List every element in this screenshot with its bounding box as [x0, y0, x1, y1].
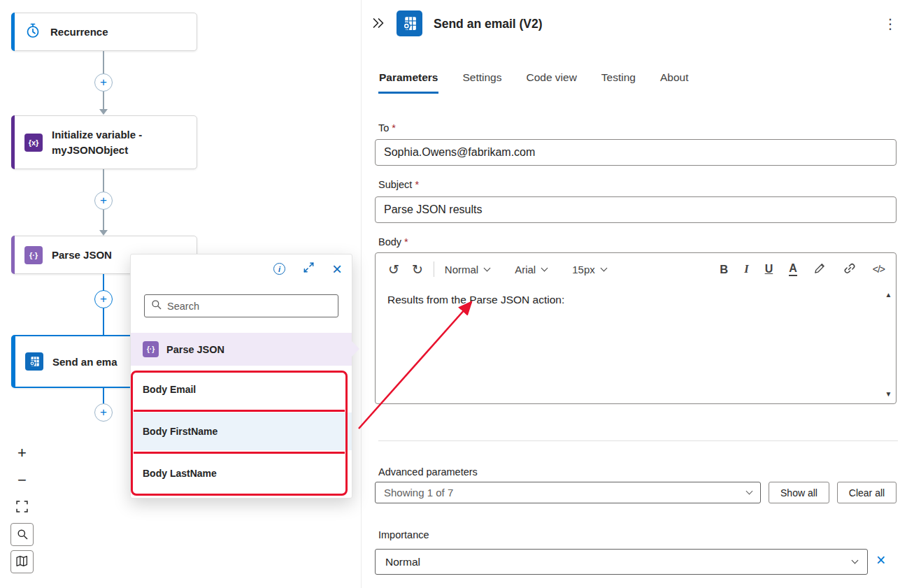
- subject-input[interactable]: [375, 196, 897, 223]
- required-mark: *: [392, 122, 396, 134]
- add-action-button[interactable]: +: [94, 403, 113, 422]
- section-divider: [378, 440, 898, 441]
- link-icon: [843, 267, 857, 278]
- bold-button[interactable]: B: [720, 263, 728, 276]
- editor-content-area[interactable]: Results from the Parse JSON action: ▲ ▼: [376, 285, 896, 403]
- expand-icon[interactable]: [303, 261, 315, 276]
- undo-button[interactable]: ↺: [388, 263, 399, 276]
- add-action-button[interactable]: +: [94, 290, 113, 308]
- minus-icon: −: [17, 471, 27, 489]
- italic-button[interactable]: I: [744, 262, 748, 276]
- subject-label: Subject *: [378, 179, 419, 190]
- body-label: Body *: [378, 236, 408, 248]
- label-text: Advanced parameters: [378, 466, 478, 478]
- node-label: Send an ema: [52, 356, 117, 368]
- dynamic-content-search[interactable]: [144, 294, 338, 317]
- node-label: Initialize variable - myJSONObject: [52, 127, 142, 158]
- label-text: Subject: [378, 179, 412, 190]
- zoom-out-button[interactable]: −: [10, 468, 34, 492]
- scroll-down-icon[interactable]: ▼: [885, 390, 892, 398]
- fit-view-button[interactable]: [10, 496, 34, 519]
- node-label: Parse JSON: [52, 249, 112, 261]
- highlight-button[interactable]: [813, 261, 827, 277]
- add-action-button[interactable]: +: [94, 73, 113, 92]
- clear-importance-button[interactable]: ×: [876, 552, 885, 568]
- size-value: 15px: [572, 264, 595, 275]
- close-icon[interactable]: ×: [332, 262, 342, 275]
- font-value: Arial: [515, 264, 536, 275]
- search-input[interactable]: [167, 301, 331, 312]
- plus-icon: +: [100, 194, 107, 208]
- canvas-search-button[interactable]: [10, 523, 34, 546]
- body-rich-text-editor: ↺ ↻ Normal Arial 15px B I U: [375, 252, 897, 404]
- toolbar-divider: [434, 261, 434, 277]
- dynamic-content-item-body-email[interactable]: Body Email: [131, 372, 352, 407]
- node-accent: [11, 13, 15, 51]
- body-text[interactable]: Results from the Parse JSON action:: [387, 294, 564, 306]
- zoom-in-button[interactable]: +: [10, 441, 34, 464]
- node-label: Recurrence: [50, 26, 108, 38]
- dynamic-content-item-body-lastname[interactable]: Body LastName: [131, 456, 352, 491]
- initialize-variable-icon: {x}: [24, 134, 43, 152]
- style-value: Normal: [445, 264, 478, 275]
- plus-icon: +: [100, 292, 107, 306]
- importance-dropdown[interactable]: Normal: [375, 549, 868, 575]
- add-action-button[interactable]: +: [94, 192, 113, 210]
- advanced-parameters-dropdown[interactable]: Showing 1 of 7: [375, 482, 761, 503]
- group-label: Parse JSON: [166, 344, 224, 355]
- outlook-icon: [397, 10, 422, 36]
- show-all-button[interactable]: Show all: [769, 482, 829, 503]
- font-color-button[interactable]: A: [789, 262, 797, 276]
- minimap-button[interactable]: [10, 550, 34, 573]
- tab-testing[interactable]: Testing: [601, 67, 636, 94]
- tab-settings[interactable]: Settings: [462, 67, 502, 94]
- connector-arrow-icon: [99, 230, 108, 236]
- plus-icon: +: [100, 76, 107, 89]
- to-input[interactable]: [375, 139, 897, 166]
- initialize-variable-node[interactable]: {x} Initialize variable - myJSONObject: [11, 115, 197, 169]
- tab-about[interactable]: About: [659, 67, 690, 94]
- page-title: Send an email (V2): [434, 17, 543, 31]
- parse-json-icon: {·}: [143, 341, 159, 357]
- connector-arrow-icon: [99, 109, 108, 115]
- chevron-down-icon: [852, 557, 859, 564]
- popup-actions: i ×: [273, 261, 342, 276]
- collapse-panel-button[interactable]: [371, 16, 385, 33]
- font-family-dropdown[interactable]: Arial: [515, 264, 547, 275]
- plus-icon: +: [100, 406, 107, 420]
- node-accent: [11, 236, 15, 274]
- paragraph-style-dropdown[interactable]: Normal: [445, 264, 490, 275]
- code-view-button[interactable]: </>: [873, 264, 885, 275]
- tab-parameters[interactable]: Parameters: [378, 67, 438, 94]
- scroll-up-icon[interactable]: ▲: [885, 291, 892, 299]
- font-size-dropdown[interactable]: 15px: [572, 264, 606, 275]
- chevron-down-icon: [484, 264, 491, 271]
- label-text: Body: [378, 236, 401, 248]
- chevron-down-icon: [746, 488, 753, 495]
- parse-json-icon: {·}: [24, 246, 43, 264]
- node-accent: [12, 336, 15, 387]
- connector-line: [103, 388, 104, 403]
- callout-pointer: [351, 340, 359, 357]
- recurrence-icon: [24, 22, 41, 41]
- more-options-button[interactable]: ⋮: [883, 15, 897, 32]
- panel-tabs: Parameters Settings Code view Testing Ab…: [378, 67, 689, 94]
- clear-all-button[interactable]: Clear all: [837, 482, 897, 503]
- redo-button[interactable]: ↻: [412, 263, 423, 276]
- plus-icon: +: [17, 444, 27, 462]
- underline-button[interactable]: U: [765, 263, 773, 275]
- advanced-parameters-label: Advanced parameters: [378, 466, 478, 478]
- map-icon: [16, 553, 28, 571]
- parse-json-group-header: {·} Parse JSON: [131, 333, 352, 366]
- label-text: Importance: [378, 529, 429, 540]
- link-button[interactable]: [843, 261, 857, 278]
- action-config-panel: Send an email (V2) ⋮ Parameters Settings…: [361, 0, 907, 588]
- tab-code-view[interactable]: Code view: [525, 67, 577, 94]
- editor-scrollbar[interactable]: ▲ ▼: [883, 291, 894, 398]
- node-label-line1: Initialize variable -: [52, 127, 142, 143]
- node-accent: [11, 115, 15, 169]
- info-icon[interactable]: i: [273, 263, 285, 275]
- braces-glyph: {x}: [29, 138, 39, 147]
- recurrence-node[interactable]: Recurrence: [11, 13, 197, 51]
- dynamic-content-item-body-firstname[interactable]: Body FirstName: [131, 413, 352, 450]
